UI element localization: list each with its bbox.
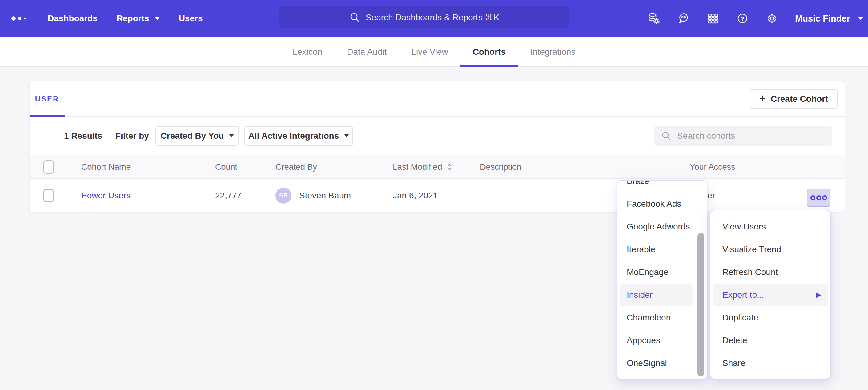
cohort-search-input[interactable] [677,131,832,141]
context-menu-item-label: Duplicate [722,313,758,323]
svg-text:?: ? [741,15,744,22]
submenu-item-label: OneSignal [627,358,667,368]
submenu-item-label: Chameleon [627,313,671,323]
submenu-right-arrow-icon: ▶ [816,291,821,299]
subnav-tab[interactable]: Lexicon [280,37,335,67]
submenu-item[interactable]: Appcues [620,329,693,352]
nav-item-label: Dashboards [48,13,98,23]
help-icon[interactable]: ? [736,12,749,25]
column-header-created-by: Created By [276,162,317,172]
export-submenu: Braze Facebook Ads Google Adwords Iterab… [617,180,707,379]
submenu-item-label: Google Adwords [627,222,690,232]
subnav-tab-label: Live View [411,47,448,57]
logo-dot [24,18,26,20]
created-by-filter-label: Created By You [161,131,224,141]
cohort-search-box [654,126,832,146]
submenu-item-label: Braze [627,180,649,186]
column-header-your-access: Your Access [690,162,735,172]
nav-item-label: Reports [117,13,149,23]
integrations-filter-label: All Active Integrations [248,131,339,141]
submenu-item[interactable]: Google Adwords [620,215,693,238]
submenu-scrollbar-track[interactable] [695,181,707,379]
subnav-tab[interactable]: Live View [399,37,460,67]
subnav-tab-label: Lexicon [293,47,322,57]
data-management-icon[interactable] [647,12,660,25]
create-cohort-button[interactable]: + Create Cohort [750,89,838,109]
top-navbar: Dashboards Reports Users Search Dashboar… [0,0,868,37]
cohorts-panel: USER + Create Cohort 1 Results Filter by… [29,81,845,212]
subnav-tab[interactable]: Integrations [518,37,588,67]
plus-icon: + [760,93,766,104]
project-name: Music Finder [795,13,850,24]
submenu-item[interactable]: Iterable [620,238,693,261]
apps-grid-icon[interactable] [706,12,719,25]
table-header-row: Cohort Name Count Created By Last Modifi… [30,155,845,179]
scrollbar-thumb[interactable] [698,233,704,377]
cohort-type-tab-row: USER + Create Cohort [30,81,845,117]
settings-gear-icon[interactable] [766,12,778,25]
export-submenu-list: Braze Facebook Ads Google Adwords Iterab… [617,180,695,375]
row-checkbox[interactable] [43,189,54,202]
last-modified-label: Last Modified [393,162,442,172]
secondary-nav: Lexicon Data Audit Live View Cohorts Int… [0,37,868,67]
project-switcher[interactable]: Music Finder [795,0,863,37]
tab-user[interactable]: USER [30,81,65,117]
submenu-item[interactable]: Insider [620,284,693,306]
created-by-name: Steven Baum [299,191,351,200]
submenu-item[interactable]: Facebook Ads [620,193,693,215]
results-count: 1 Results [64,131,102,141]
subnav-tab[interactable]: Data Audit [335,37,399,67]
row-context-menu: View Users ▶ Visualize Trend ▶ Refresh C… [710,210,831,379]
context-menu-item-label: Visualize Trend [722,245,781,254]
context-menu-item-label: Refresh Count [722,267,778,277]
nav-item[interactable]: Reports [117,13,160,23]
global-search-bar[interactable]: Search Dashboards & Reports ⌘K [279,6,569,28]
submenu-item-label: MoEngage [627,267,668,277]
select-all-checkbox[interactable] [43,160,54,174]
integrations-filter-dropdown[interactable]: All Active Integrations [244,126,353,146]
cohort-count: 22,777 [215,191,242,200]
nav-item[interactable]: Users [179,13,203,23]
create-cohort-label: Create Cohort [771,94,828,104]
subnav-tab-label: Data Audit [347,47,386,57]
primary-nav: Dashboards Reports Users [48,0,203,37]
table-row: Power Users 22,777 SB Steven Baum Jan 6,… [30,179,845,213]
filter-by-label: Filter by [116,131,149,141]
context-menu-item[interactable]: Visualize Trend ▶ [713,238,828,261]
row-more-button[interactable] [807,189,831,207]
context-menu-item[interactable]: Share ▶ [713,352,828,375]
nav-item-label: Users [179,13,203,23]
context-menu-item[interactable]: Refresh Count ▶ [713,261,828,284]
logo-dot [11,16,16,21]
subnav-tab-label: Integrations [530,47,575,57]
column-header-last-modified[interactable]: Last Modified [393,162,453,172]
column-header-description: Description [480,162,521,172]
subnav-tab[interactable]: Cohorts [461,37,518,67]
submenu-item[interactable]: Braze [620,180,693,193]
subnav-tab-label: Cohorts [473,47,506,57]
submenu-item-label: Facebook Ads [627,199,681,209]
created-by-filter-dropdown[interactable]: Created By You [155,126,239,146]
ellipsis-icon [810,194,828,201]
cohort-name-link[interactable]: Power Users [81,191,130,200]
context-menu-item-label: Share [722,358,745,368]
submenu-item[interactable]: Chameleon [620,306,693,329]
submenu-item-label: Insider [627,290,653,300]
context-menu-item[interactable]: Delete ▶ [713,329,828,352]
sort-icon [446,162,453,172]
chevron-down-icon [858,17,863,20]
search-icon [349,12,361,23]
context-menu-item[interactable]: Duplicate ▶ [713,306,828,329]
global-search-placeholder: Search Dashboards & Reports ⌘K [366,12,499,23]
feedback-bubble-icon[interactable] [677,12,690,25]
submenu-item[interactable]: OneSignal [620,352,693,375]
submenu-item-label: Appcues [627,335,660,346]
context-menu-item[interactable]: View Users ▶ [713,215,828,238]
context-menu-item-label: View Users [722,222,766,232]
submenu-item[interactable]: MoEngage [620,261,693,284]
nav-icon-group: ? [647,0,778,37]
column-header-cohort-name: Cohort Name [81,162,131,172]
context-menu-item[interactable]: Export to... ▶ [713,284,828,306]
nav-item[interactable]: Dashboards [48,13,98,23]
mixpanel-logo[interactable] [11,0,26,37]
